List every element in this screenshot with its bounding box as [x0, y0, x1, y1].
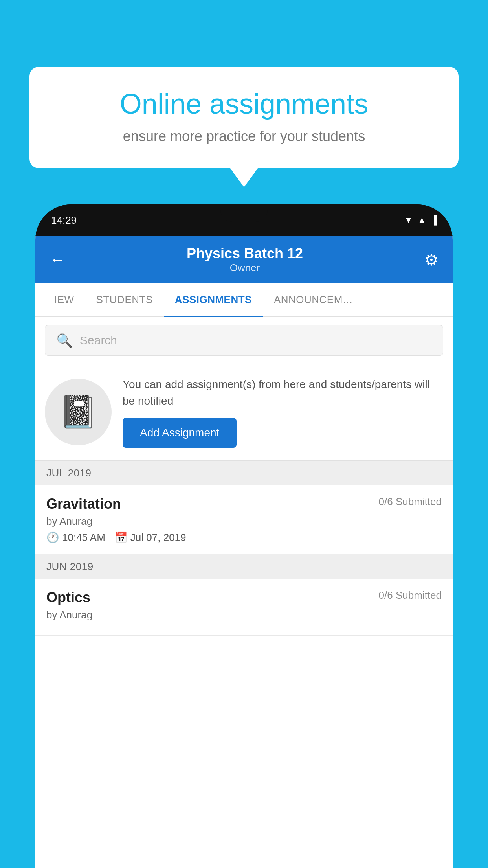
tab-iew[interactable]: IEW — [43, 283, 85, 317]
calendar-icon: 📅 — [115, 531, 127, 544]
section-header-jul: JUL 2019 — [35, 461, 453, 485]
back-button[interactable]: ← — [50, 251, 65, 268]
assignment-date-gravitation: Jul 07, 2019 — [130, 531, 186, 544]
add-assignment-section: 📓 You can add assignment(s) from here an… — [35, 364, 453, 461]
notch — [220, 204, 268, 222]
wifi-icon: ▼ — [404, 215, 413, 225]
assignment-notebook-icon: 📓 — [59, 394, 98, 430]
assignment-by-optics: by Anurag — [46, 609, 442, 621]
tab-assignments[interactable]: ASSIGNMENTS — [164, 283, 263, 317]
date-item: 📅 Jul 07, 2019 — [115, 531, 186, 544]
clock-icon: 🕐 — [46, 531, 59, 544]
tabs-bar: IEW STUDENTS ASSIGNMENTS ANNOUNCEM… — [35, 283, 453, 317]
add-assignment-content: You can add assignment(s) from here and … — [123, 376, 443, 448]
section-header-jun: JUN 2019 — [35, 554, 453, 579]
search-bar[interactable]: 🔍 Search — [45, 325, 443, 356]
section-label-jun: JUN 2019 — [46, 561, 94, 572]
assignment-submitted-gravitation: 0/6 Submitted — [379, 496, 442, 508]
speech-bubble: Online assignments ensure more practice … — [29, 67, 459, 168]
app-header: ← Physics Batch 12 Owner ⚙ — [35, 236, 453, 283]
status-bar: 14:29 ▼ ▲ ▐ — [35, 204, 453, 236]
assignment-item-top: Gravitation 0/6 Submitted — [46, 496, 442, 512]
search-container: 🔍 Search — [35, 317, 453, 364]
header-title: Physics Batch 12 — [187, 245, 303, 262]
bubble-title: Online assignments — [53, 88, 435, 120]
header-center: Physics Batch 12 Owner — [187, 245, 303, 274]
settings-gear-icon[interactable]: ⚙ — [424, 251, 438, 269]
tab-students[interactable]: STUDENTS — [85, 283, 164, 317]
search-placeholder: Search — [80, 334, 117, 347]
header-subtitle: Owner — [187, 262, 303, 274]
status-icons: ▼ ▲ ▐ — [404, 215, 437, 225]
add-assignment-button[interactable]: Add Assignment — [123, 418, 237, 448]
phone-frame: 14:29 ▼ ▲ ▐ ← Physics Batch 12 Owner ⚙ I… — [35, 204, 453, 868]
bubble-subtitle: ensure more practice for your students — [53, 128, 435, 145]
assignment-item-optics-top: Optics 0/6 Submitted — [46, 589, 442, 606]
assignment-name-gravitation: Gravitation — [46, 496, 121, 512]
assignment-submitted-optics: 0/6 Submitted — [379, 589, 442, 601]
search-icon: 🔍 — [56, 333, 73, 348]
assignment-icon-circle: 📓 — [45, 379, 112, 445]
add-assignment-description: You can add assignment(s) from here and … — [123, 376, 443, 409]
status-time: 14:29 — [51, 214, 77, 226]
signal-icon: ▲ — [418, 215, 426, 225]
section-label-jul: JUL 2019 — [46, 467, 91, 479]
assignment-name-optics: Optics — [46, 589, 90, 606]
assignment-item-optics[interactable]: Optics 0/6 Submitted by Anurag — [35, 579, 453, 636]
assignment-by-gravitation: by Anurag — [46, 515, 442, 528]
time-item: 🕐 10:45 AM — [46, 531, 105, 544]
tab-announcements[interactable]: ANNOUNCEM… — [263, 283, 364, 317]
assignment-time-date-gravitation: 🕐 10:45 AM 📅 Jul 07, 2019 — [46, 531, 442, 544]
app-screen: ← Physics Batch 12 Owner ⚙ IEW STUDENTS … — [35, 236, 453, 868]
battery-icon: ▐ — [431, 215, 437, 225]
assignment-item-gravitation[interactable]: Gravitation 0/6 Submitted by Anurag 🕐 10… — [35, 485, 453, 554]
assignment-time-gravitation: 10:45 AM — [62, 531, 105, 544]
